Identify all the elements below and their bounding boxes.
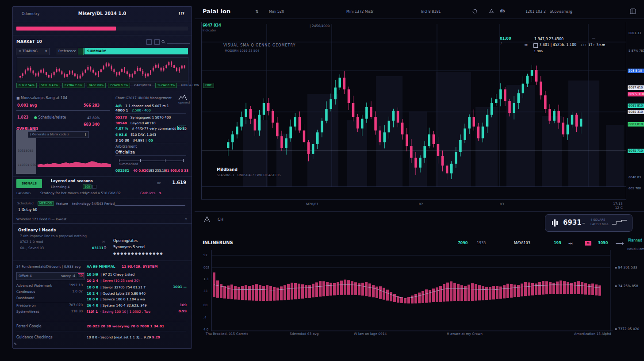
order-row[interactable]: 10 0 0| Savior 32705 754 01.21 T1001 — bbox=[87, 285, 187, 290]
filter-chip[interactable]: DOWN 0.3% bbox=[108, 83, 130, 88]
list-icon[interactable]: ≔ bbox=[524, 43, 528, 47]
overlay-n: 137 bbox=[580, 43, 586, 47]
price-scale-label[interactable]: 6045 710 bbox=[628, 149, 644, 153]
header-item-3[interactable]: Incl 8 8181 bbox=[421, 10, 441, 14]
price-scale-label[interactable]: 203 8 10 bbox=[628, 69, 644, 73]
price-scale-label[interactable]: 6091 810 bbox=[628, 104, 644, 108]
price-scale-label[interactable]: 5 87% 781 bbox=[628, 49, 644, 53]
price-scale-label[interactable]: 6001.33 bbox=[628, 31, 644, 35]
chart-watermark-1: VISUAL SMA Q GENNG GEOMETRY bbox=[223, 43, 295, 47]
whitelist-row[interactable]: Whitelist 123 Feed 0 — lowest bbox=[16, 217, 67, 221]
order-row[interactable]: 26 4 0| System 140 4 32.623, 349109 bbox=[87, 303, 187, 308]
order-num: [10] 1 bbox=[87, 310, 98, 314]
signals-badge[interactable]: SIGNALS bbox=[16, 179, 42, 188]
config-slider[interactable] bbox=[119, 158, 184, 161]
mini-candle-chart[interactable] bbox=[17, 57, 188, 85]
table-header-mid: AA 99 MINIMAL bbox=[87, 265, 115, 269]
filter-chip[interactable]: BUY 0.54% bbox=[16, 83, 37, 88]
order-row[interactable]: 10 2 4| Seven (10.25 card 20) bbox=[87, 278, 187, 284]
summary-bar[interactable]: SUMMARY bbox=[84, 48, 188, 54]
order-row[interactable]: 10 0 0| Service 100 0 1.104 a wa bbox=[87, 297, 187, 302]
volume-chart[interactable] bbox=[201, 248, 626, 336]
filter-chip[interactable]: SHOW 0.7% bbox=[155, 83, 177, 88]
pair-select[interactable]: ≡ TRADING ▾ bbox=[16, 48, 50, 55]
filter-chip[interactable]: BASE 80% bbox=[87, 83, 106, 88]
signals-square-icon[interactable] bbox=[92, 185, 96, 189]
order-right-value: 1001 — bbox=[173, 285, 187, 289]
filter-chip[interactable]: EXTRA 7.6% bbox=[62, 83, 84, 88]
edit-pencil-icon[interactable]: ✎ bbox=[14, 342, 17, 346]
price-scale-label[interactable]: 6097 610 bbox=[628, 85, 644, 90]
price-scale-label[interactable]: 6081 810 bbox=[628, 122, 644, 127]
metrics-row[interactable]: Dashboard bbox=[16, 296, 84, 301]
metrics-row[interactable]: Offset 4savvy -410 bbox=[16, 272, 84, 280]
config-row-text: 34.891 | bbox=[133, 138, 146, 142]
metrics-row[interactable]: Pressure on707 070 bbox=[16, 303, 84, 309]
toolbar-ch-button[interactable]: CH bbox=[218, 217, 223, 222]
metrics-row[interactable]: System/Areas118 30 bbox=[16, 309, 84, 315]
order-row[interactable]: [10] 1- Saving 100 10 | 1.0302 . Two0.99 bbox=[87, 309, 187, 315]
preference-select[interactable]: Preference ... bbox=[56, 48, 80, 55]
price-scale-label[interactable]: 6085 310 bbox=[628, 110, 644, 114]
grid-icon[interactable] bbox=[146, 39, 152, 45]
config-row: 05173Synagogues 1 5070 400 bbox=[115, 115, 186, 120]
doc-icon[interactable] bbox=[154, 39, 160, 45]
order-row[interactable]: 10 5/9| 97 21 Chevy Listed bbox=[87, 272, 187, 277]
scheduled-word2: technology 54/543 Period bbox=[72, 202, 115, 206]
filter-chip[interactable]: SELL 0.41% bbox=[39, 83, 60, 88]
config-stat-b: 40 0.920 bbox=[133, 169, 148, 173]
order-row[interactable]: 10 2 4| Quoted Lybia 23 5.80 940 bbox=[87, 291, 187, 296]
checkbox-icon[interactable] bbox=[533, 43, 538, 48]
signals-value: 1.619 bbox=[172, 180, 186, 185]
lagging-link[interactable]: Grab lots bbox=[140, 191, 155, 195]
stats-row1-value: 566 283 bbox=[84, 104, 100, 108]
header-item-1[interactable]: Mini 520 bbox=[269, 10, 284, 14]
gear-icon[interactable]: ⚙ bbox=[104, 246, 107, 250]
beacon-icon[interactable] bbox=[203, 216, 211, 222]
header-item-4[interactable]: 1201 103 2 bbox=[525, 10, 546, 14]
metrics-row[interactable]: Continuous1.0 02 bbox=[16, 289, 84, 295]
mountain-chart-icon[interactable] bbox=[178, 94, 187, 100]
officialize-label: Officialize bbox=[115, 150, 135, 154]
price-scale-label[interactable]: 605 700 bbox=[628, 186, 644, 191]
filter-chip[interactable]: HIGH & LOW bbox=[179, 83, 201, 88]
price-pill[interactable]: 6931 _ 4 SQUARE LATEST time bbox=[545, 214, 632, 232]
confirm-button[interactable] bbox=[78, 48, 84, 55]
rewind-icon[interactable]: ◀◀ bbox=[568, 242, 572, 245]
box-icon[interactable] bbox=[630, 8, 636, 14]
signals-right-small: oc bbox=[157, 181, 161, 185]
ordinary-title: Ordinary i Needs bbox=[18, 228, 56, 232]
chart-corner-price: 6047 834 bbox=[203, 23, 221, 27]
main-x-right: 17:1312 C bbox=[613, 202, 623, 210]
ordinary-chip: 03111 bbox=[92, 246, 104, 250]
search-input[interactable] bbox=[167, 38, 190, 44]
config-stat-a: 031531 bbox=[115, 169, 129, 173]
bottom-chart-title: INLINERUNS bbox=[203, 240, 233, 245]
bottom-pink-chip[interactable]: M bbox=[585, 241, 591, 246]
arrow-line-icon[interactable] bbox=[616, 242, 625, 246]
panel-actions-button[interactable]: !!? bbox=[179, 12, 184, 16]
opening-sites-label[interactable]: Opening/sites bbox=[113, 239, 138, 243]
order-right-value: 109 bbox=[180, 303, 187, 307]
side-block-line2: 110301 0301 bbox=[18, 163, 38, 167]
price-scale-label[interactable]: 6040.03 bbox=[628, 175, 644, 180]
order-right-value: 0.99 bbox=[178, 309, 187, 313]
config-row-tag: 3 10 30 bbox=[115, 138, 129, 142]
header-item-2[interactable]: Mini 1372 Mistr bbox=[346, 10, 374, 14]
generate-dropdown[interactable]: ( Generate a blank code )❙ bbox=[28, 131, 89, 138]
filter-chip[interactable]: GARY/WEEK bbox=[132, 83, 153, 88]
sort-arrows-icon[interactable]: ⇅ bbox=[255, 9, 259, 14]
database-icon[interactable]: db bbox=[500, 9, 505, 13]
order-text: - Saving 100 10 | 1.0302 . Two bbox=[100, 310, 150, 314]
synonyms-label[interactable]: Synonyms S send bbox=[113, 245, 145, 249]
method-chip[interactable]: METHOD bbox=[38, 201, 54, 206]
dots-row: ●●●●●●●●●●●●●● bbox=[113, 252, 164, 255]
metrics-row[interactable]: Advanced Watermark1992 10 bbox=[16, 283, 84, 289]
order-text: | Savior 32705 754 01.21 T bbox=[100, 285, 146, 289]
bottom-mid-2: 1935 bbox=[477, 241, 486, 245]
header-item-5[interactable]: aCovissmsrg bbox=[550, 10, 572, 14]
alert-icon[interactable] bbox=[489, 9, 494, 13]
price-scale-label[interactable]: 609 5 310 bbox=[628, 92, 644, 96]
clock-icon[interactable] bbox=[472, 9, 477, 14]
share-icon[interactable]: « bbox=[185, 217, 187, 221]
